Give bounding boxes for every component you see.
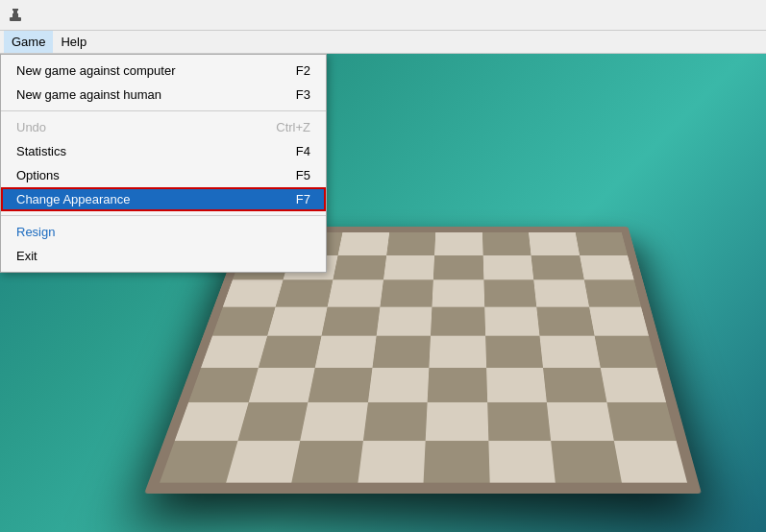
- board-cell[interactable]: [386, 232, 435, 255]
- board-cell[interactable]: [376, 306, 432, 335]
- board-cell[interactable]: [212, 306, 275, 335]
- board-cell[interactable]: [547, 402, 613, 441]
- board-cell[interactable]: [383, 255, 434, 280]
- menu-item-game[interactable]: Game: [4, 31, 53, 53]
- minimize-button[interactable]: [626, 0, 670, 31]
- board-cell[interactable]: [543, 368, 606, 402]
- close-button[interactable]: [714, 0, 758, 31]
- item-label: Change Appearance: [16, 192, 131, 206]
- item-shortcut: F7: [296, 192, 310, 206]
- item-label: New game against human: [16, 87, 161, 102]
- board-cell[interactable]: [539, 336, 600, 368]
- dropdown-item-new-vs-computer[interactable]: New game against computerF2: [1, 59, 326, 83]
- board-cell[interactable]: [594, 336, 656, 368]
- board-cell[interactable]: [188, 368, 258, 402]
- board-cell[interactable]: [160, 441, 237, 483]
- board-cell[interactable]: [291, 441, 362, 483]
- board-cell[interactable]: [237, 402, 308, 441]
- dropdown-item-options[interactable]: OptionsF5: [1, 163, 326, 187]
- board-cell[interactable]: [431, 306, 485, 335]
- board-cell[interactable]: [315, 336, 376, 368]
- dropdown-item-undo: UndoCtrl+Z: [1, 115, 326, 139]
- dropdown-item-statistics[interactable]: StatisticsF4: [1, 139, 326, 163]
- board-cell[interactable]: [426, 402, 488, 441]
- game-area: (function(){ const grid = document.query…: [0, 54, 766, 532]
- board-cell[interactable]: [223, 279, 283, 306]
- board-cell[interactable]: [536, 306, 594, 335]
- dropdown-menu: New game against computerF2New game agai…: [0, 54, 327, 273]
- board-cell[interactable]: [434, 232, 482, 255]
- board-cell[interactable]: [429, 336, 485, 368]
- svg-rect-0: [10, 17, 21, 21]
- board-cell[interactable]: [201, 336, 267, 368]
- item-label: Options: [16, 168, 60, 182]
- board-cell[interactable]: [551, 441, 621, 483]
- board-cell[interactable]: [358, 441, 426, 483]
- menu-item-help[interactable]: Help: [53, 31, 94, 53]
- svg-rect-1: [12, 13, 18, 17]
- board-cell[interactable]: [258, 336, 321, 368]
- board-cell[interactable]: [482, 232, 531, 255]
- board-cell[interactable]: [589, 306, 649, 335]
- board-cell[interactable]: [575, 232, 628, 255]
- dropdown-item-exit[interactable]: Exit: [1, 244, 326, 268]
- board-cell[interactable]: [226, 441, 301, 483]
- board-cell[interactable]: [482, 255, 533, 280]
- title-left: [8, 8, 29, 23]
- board-cell[interactable]: [328, 279, 383, 306]
- item-label: New game against computer: [16, 63, 175, 78]
- board-cell[interactable]: [267, 306, 328, 335]
- board-cell[interactable]: [300, 402, 367, 441]
- board-cell[interactable]: [380, 279, 433, 306]
- dropdown-item-new-vs-human[interactable]: New game against humanF3: [1, 83, 326, 107]
- item-label: Statistics: [16, 144, 66, 158]
- board-cell[interactable]: [432, 279, 483, 306]
- board-cell[interactable]: [424, 441, 490, 483]
- restore-button[interactable]: [670, 0, 714, 31]
- item-shortcut: F2: [296, 63, 310, 78]
- board-cell[interactable]: [488, 441, 556, 483]
- svg-rect-3: [12, 9, 18, 11]
- item-label: Exit: [16, 249, 37, 263]
- board-cell[interactable]: [529, 232, 580, 255]
- item-shortcut: F4: [296, 144, 310, 158]
- item-label: Undo: [16, 120, 46, 134]
- item-shortcut: F3: [296, 87, 310, 102]
- board-cell[interactable]: [368, 368, 430, 402]
- item-shortcut: Ctrl+Z: [276, 120, 310, 134]
- board-cell[interactable]: [533, 279, 588, 306]
- board-cell[interactable]: [580, 255, 634, 280]
- board-cell[interactable]: [484, 306, 540, 335]
- menu-bar: Game Help: [0, 31, 766, 54]
- board-cell[interactable]: [248, 368, 314, 402]
- board-cell[interactable]: [600, 368, 666, 402]
- dropdown-item-change-appearance[interactable]: Change AppearanceF7: [1, 187, 326, 211]
- dropdown-item-resign[interactable]: Resign: [1, 220, 326, 244]
- board-cell[interactable]: [308, 368, 372, 402]
- board-cell[interactable]: [428, 368, 487, 402]
- board-cell[interactable]: [275, 279, 333, 306]
- app-icon: [8, 8, 23, 23]
- board-cell[interactable]: [583, 279, 641, 306]
- item-shortcut: F5: [296, 168, 310, 182]
- board-cell[interactable]: [486, 368, 547, 402]
- item-label: Resign: [16, 225, 55, 239]
- title-bar: [0, 0, 766, 31]
- board-cell[interactable]: [485, 336, 543, 368]
- board-cell[interactable]: [487, 402, 551, 441]
- board-cell[interactable]: [531, 255, 583, 280]
- board-cell[interactable]: [362, 402, 427, 441]
- board-cell[interactable]: [483, 279, 536, 306]
- board-cell[interactable]: [175, 402, 248, 441]
- board-cell[interactable]: [322, 306, 381, 335]
- board-cell[interactable]: [372, 336, 431, 368]
- board-cell[interactable]: [338, 232, 389, 255]
- menu-separator: [1, 215, 326, 216]
- menu-separator: [1, 110, 326, 111]
- board-cell[interactable]: [613, 441, 687, 483]
- title-controls: [626, 0, 758, 31]
- board-cell[interactable]: [606, 402, 677, 441]
- board-cell[interactable]: [333, 255, 385, 280]
- board-cell[interactable]: [433, 255, 483, 280]
